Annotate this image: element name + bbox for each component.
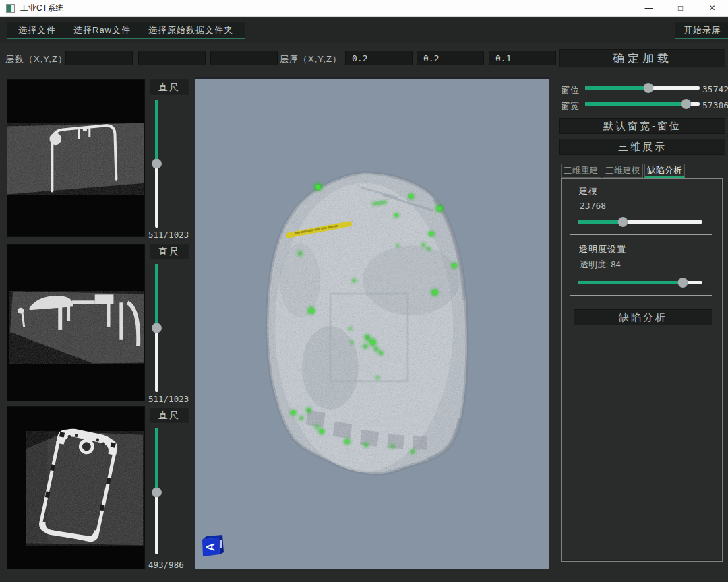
ct-slice-view-xy[interactable] — [7, 79, 145, 237]
window-level-value: 35742 — [702, 84, 728, 94]
slice-slider-2-thumb[interactable] — [152, 323, 162, 333]
volume-render — [195, 79, 549, 569]
ct-slice-image — [7, 407, 144, 569]
transparency-value-label: 透明度: 84 — [580, 259, 621, 271]
layers-label: 层数（X,Y,Z） — [5, 53, 67, 65]
defect-analysis-button[interactable]: 缺陷分析 — [574, 309, 712, 325]
thickness-label: 层厚（X,Y,Z） — [280, 53, 342, 65]
slice-position-1: 511/1023 — [148, 230, 195, 240]
tab-3d-modeling[interactable]: 三维建模 — [603, 164, 643, 178]
slice-slider-2[interactable] — [152, 264, 162, 392]
ct-slice-image — [7, 80, 144, 236]
menu-select-file[interactable]: 选择文件 — [9, 22, 65, 38]
menu-select-raw-file[interactable]: 选择Raw文件 — [65, 22, 140, 38]
slice-slider-3[interactable] — [152, 428, 162, 554]
window-level-label: 窗位 — [561, 84, 580, 96]
layers-y-input[interactable] — [138, 51, 206, 65]
menubar: 选择文件 选择Raw文件 选择原始数据文件夹 开始录屏 — [0, 18, 728, 43]
transparency-groupbox: 透明度设置 透明度: 84 — [570, 249, 712, 296]
parameter-row: 层数（X,Y,Z） 层厚（X,Y,Z） 确定加载 — [0, 43, 728, 77]
window-width-label: 窗宽 — [561, 100, 580, 112]
ruler-button-2[interactable]: 直尺 — [150, 244, 189, 259]
thickness-y-input[interactable] — [417, 51, 484, 65]
right-panel: 窗位 35742 窗宽 57306 默认窗宽-窗位 三维展示 三维重建 三维建模… — [558, 77, 728, 569]
slice-slider-1-thumb[interactable] — [152, 159, 162, 169]
window-level-slider-thumb[interactable] — [643, 83, 653, 93]
modeling-slider[interactable] — [578, 217, 702, 227]
app-icon — [6, 4, 15, 13]
window-width-value: 57306 — [702, 100, 728, 110]
start-record-button[interactable]: 开始录屏 — [675, 22, 728, 39]
volume-render-view[interactable]: A — [195, 77, 549, 569]
transparency-slider[interactable] — [578, 278, 702, 288]
layers-x-input[interactable] — [65, 51, 133, 65]
orientation-cube-icon[interactable]: A — [200, 534, 228, 560]
slice-position-3: 493/986 — [148, 560, 195, 570]
titlebar: 工业CT系统 — □ ✕ — [0, 0, 728, 17]
modeling-groupbox: 建模 23768 — [570, 191, 712, 235]
ct-slice-view-xz[interactable] — [7, 244, 145, 401]
modeling-value: 23768 — [580, 201, 606, 211]
thickness-x-input[interactable] — [345, 51, 413, 65]
ruler-button-1[interactable]: 直尺 — [150, 79, 189, 95]
menu-select-raw-folder[interactable]: 选择原始数据文件夹 — [140, 22, 242, 38]
defect-analysis-panel: 建模 23768 透明度设置 透明度: 84 缺陷分析 — [561, 178, 723, 562]
window-width-slider-thumb[interactable] — [681, 99, 691, 109]
modeling-group-title: 建模 — [576, 185, 601, 197]
tab-defect-analysis[interactable]: 缺陷分析 — [644, 164, 685, 178]
window-title: 工业CT系统 — [20, 3, 63, 14]
default-ww-wl-button[interactable]: 默认窗宽-窗位 — [559, 118, 725, 134]
window-width-slider[interactable] — [585, 99, 700, 109]
ct-slice-view-yz[interactable] — [7, 406, 145, 569]
window-controls: — □ ✕ — [633, 0, 728, 16]
app-window: 工业CT系统 — □ ✕ 选择文件 选择Raw文件 选择原始数据文件夹 开始录屏… — [0, 0, 728, 582]
minimize-button[interactable]: — — [633, 0, 665, 16]
window-level-slider[interactable] — [585, 83, 700, 93]
maximize-button[interactable]: □ — [665, 0, 696, 16]
tab-3d-reconstruction[interactable]: 三维重建 — [561, 164, 601, 178]
slice-position-2: 511/1023 — [148, 394, 195, 404]
ct-slice-image — [7, 245, 144, 401]
ruler-button-3[interactable]: 直尺 — [150, 408, 189, 423]
thickness-z-input[interactable] — [489, 51, 556, 65]
file-menu-group: 选择文件 选择Raw文件 选择原始数据文件夹 — [7, 22, 245, 39]
confirm-load-button[interactable]: 确定加载 — [559, 49, 725, 67]
close-button[interactable]: ✕ — [696, 0, 728, 16]
slice-slider-1[interactable] — [152, 100, 162, 228]
layers-z-input[interactable] — [210, 51, 278, 65]
transparency-group-title: 透明度设置 — [576, 243, 630, 255]
transparency-slider-thumb[interactable] — [677, 278, 688, 288]
cube-logo-letter: A — [204, 543, 217, 551]
modeling-slider-thumb[interactable] — [618, 217, 628, 227]
display-3d-button[interactable]: 三维展示 — [559, 139, 725, 155]
slice-slider-3-thumb[interactable] — [152, 487, 162, 497]
